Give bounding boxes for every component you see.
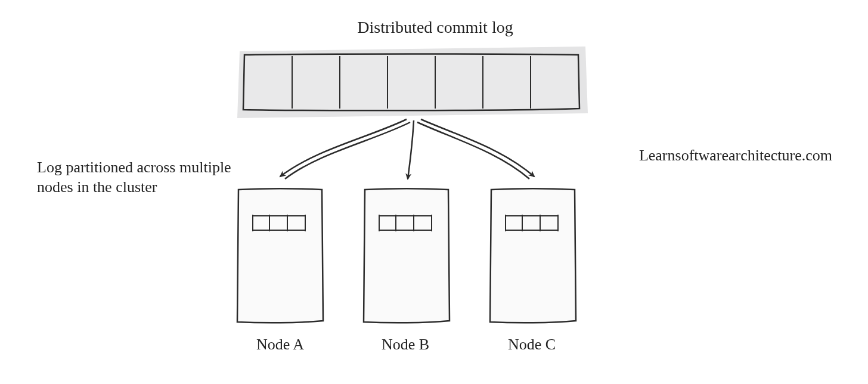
node-a (237, 189, 323, 323)
node-b (364, 189, 450, 323)
arrows (280, 119, 534, 179)
diagram-svg (0, 0, 868, 384)
arrow-to-node-c (417, 119, 534, 179)
node-c (490, 189, 576, 323)
arrow-to-node-a (280, 119, 410, 179)
commit-log (237, 47, 588, 118)
arrow-to-node-b (408, 120, 414, 179)
